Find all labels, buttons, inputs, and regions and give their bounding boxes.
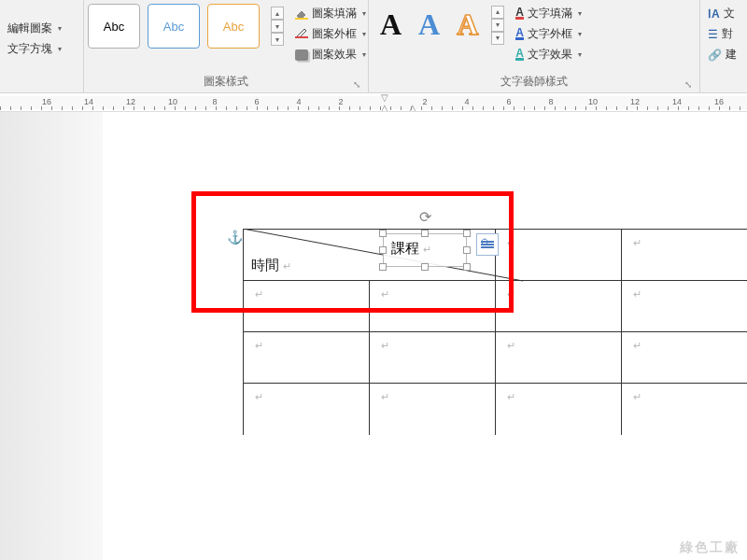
document-area: ⚓ 時間↵ ↵ ↵ ↵ ↵ ↵ ↵ ↵ ↵ ↵ ↵ ↵ ↵ [0, 112, 747, 560]
wordart-option-1[interactable]: A [373, 4, 409, 46]
table-cell[interactable]: ↵ [621, 384, 747, 435]
resize-handle[interactable] [421, 263, 429, 271]
ribbon: 編輯圖案 ▾ 文字方塊 ▾ Abc Abc Abc ▴ ▾ ▾ [0, 0, 747, 93]
dialog-launcher-icon[interactable]: ⤡ [351, 79, 362, 91]
shape-outline-button[interactable]: 圖案外框 ▾ [291, 24, 370, 44]
table-row: ↵ ↵ ↵ ↵ [244, 384, 748, 435]
ruler-number: 16 [714, 97, 724, 106]
chevron-down-icon: ▾ [362, 50, 366, 59]
chevron-down-icon: ▾ [362, 9, 366, 18]
table-cell[interactable]: ↵ [369, 332, 495, 384]
resize-handle[interactable] [379, 263, 387, 271]
ruler-number: 8 [212, 97, 217, 106]
table-cell[interactable]: ↵ [495, 332, 621, 384]
text-outline-icon: A [515, 28, 524, 40]
table-cell[interactable]: ↵ [621, 281, 747, 332]
shape-fill-button[interactable]: 圖案填滿 ▾ [291, 4, 370, 23]
shape-style-option-1[interactable]: Abc [88, 4, 140, 49]
wordart-option-2[interactable]: A [411, 4, 447, 46]
wordart-gallery-scroll: ▴ ▾ ▾ [491, 4, 504, 46]
ruler-number: 10 [168, 97, 177, 106]
gallery-more-icon[interactable]: ▾ [491, 32, 504, 45]
table-cell[interactable]: ↵ [495, 230, 621, 281]
gallery-up-icon[interactable]: ▴ [271, 7, 284, 20]
text-box-label: 文字方塊 [7, 41, 52, 57]
table-cell[interactable]: ↵ [621, 230, 747, 281]
document-table[interactable]: ⚓ 時間↵ ↵ ↵ ↵ ↵ ↵ ↵ ↵ ↵ ↵ ↵ ↵ ↵ [243, 229, 747, 435]
table-cell[interactable]: ↵ [369, 281, 495, 332]
edit-shape-button[interactable]: 編輯圖案 ▾ [4, 19, 65, 38]
table-cell[interactable]: ↵ [621, 332, 747, 384]
indent-marker-bottom[interactable]: △ [381, 103, 388, 112]
gallery-down-icon[interactable]: ▾ [271, 20, 284, 33]
table-cell[interactable]: ↵ [369, 384, 495, 435]
edit-shape-label: 編輯圖案 [7, 21, 52, 36]
chevron-down-icon: ▾ [578, 50, 582, 59]
rotate-handle-icon[interactable]: ⟳ [419, 208, 431, 226]
wordart-gallery[interactable]: A A A ▴ ▾ ▾ [373, 4, 504, 46]
create-link-button[interactable]: 🔗 建 [704, 45, 740, 64]
resize-handle[interactable] [421, 230, 429, 237]
paint-bucket-icon [295, 8, 308, 20]
text-outline-button[interactable]: A 文字外框 ▾ [512, 24, 585, 44]
text-effects-button[interactable]: A 文字效果 ▾ [512, 45, 585, 64]
gallery-more-icon[interactable]: ▾ [271, 33, 284, 46]
chevron-down-icon: ▾ [578, 9, 582, 18]
table-cell[interactable]: ↵ [244, 332, 370, 384]
ruler-number: 8 [548, 97, 553, 106]
text-effects-icon: A [515, 49, 524, 61]
horizontal-ruler[interactable]: 24681012141624681012141618 ▽ △ △ [0, 93, 747, 112]
gallery-scroll: ▴ ▾ ▾ [271, 4, 284, 49]
selected-textbox[interactable]: 課程↵ ⟳ [383, 233, 467, 267]
ruler-number: 6 [254, 97, 259, 106]
chevron-down-icon: ▾ [362, 30, 366, 38]
ruler-number: 2 [338, 97, 343, 106]
partial-group: ⅠA 文 ☰ 對 🔗 建 [700, 0, 747, 92]
ruler-number: 16 [42, 97, 51, 106]
dialog-launcher-icon[interactable]: ⤡ [683, 79, 694, 91]
shape-style-option-2[interactable]: Abc [148, 4, 200, 49]
ruler-number: 2 [422, 97, 427, 106]
ruler-number: 12 [126, 97, 135, 106]
resize-handle[interactable] [463, 263, 471, 271]
watermark: 綠色工廠 [680, 539, 740, 556]
table-row: ↵ ↵ ↵ ↵ [244, 281, 748, 332]
gallery-up-icon[interactable]: ▴ [491, 6, 504, 19]
resize-handle[interactable] [463, 246, 471, 254]
ruler-number: 14 [84, 97, 93, 106]
table-cell[interactable]: ↵ [244, 384, 370, 435]
ruler-number: 4 [464, 97, 469, 106]
text-fill-icon: A [515, 7, 524, 20]
ruler-number: 10 [588, 97, 598, 106]
shape-style-gallery[interactable]: Abc Abc Abc ▴ ▾ ▾ [88, 4, 284, 49]
resize-handle[interactable] [463, 230, 471, 237]
textbox-content: 課程 [391, 240, 419, 256]
resize-handle[interactable] [379, 230, 387, 237]
shape-style-option-3[interactable]: Abc [207, 4, 260, 49]
chevron-down-icon: ▾ [578, 30, 582, 38]
svg-rect-1 [295, 36, 308, 38]
wordart-option-3[interactable]: A [449, 4, 486, 46]
text-direction-button[interactable]: ⅠA 文 [704, 4, 739, 23]
gallery-down-icon[interactable]: ▾ [491, 19, 504, 32]
layout-options-button[interactable] [476, 233, 499, 256]
page[interactable]: ⚓ 時間↵ ↵ ↵ ↵ ↵ ↵ ↵ ↵ ↵ ↵ ↵ ↵ ↵ [103, 112, 747, 560]
svg-rect-0 [295, 18, 308, 20]
indent-marker-right[interactable]: △ [409, 103, 416, 112]
table-row: ↵ ↵ ↵ ↵ [244, 332, 748, 384]
resize-handle[interactable] [379, 246, 387, 254]
chevron-down-icon: ▾ [58, 45, 62, 53]
align-icon: ☰ [708, 28, 718, 41]
chevron-down-icon: ▾ [58, 24, 62, 33]
table-cell[interactable]: ↵ [495, 281, 621, 332]
shape-effects-button[interactable]: 圖案效果 ▾ [291, 45, 370, 64]
text-box-button[interactable]: 文字方塊 ▾ [4, 39, 65, 59]
table-cell[interactable]: ↵ [495, 384, 621, 435]
ruler-number: 14 [672, 97, 682, 106]
align-button[interactable]: ☰ 對 [704, 24, 737, 44]
table-cell[interactable]: ↵ [244, 281, 370, 332]
ruler-number: 12 [630, 97, 640, 106]
indent-marker-top[interactable]: ▽ [381, 93, 388, 103]
shape-styles-label: 圖案樣式 ⤡ [88, 71, 364, 92]
text-fill-button[interactable]: A 文字填滿 ▾ [512, 4, 585, 23]
